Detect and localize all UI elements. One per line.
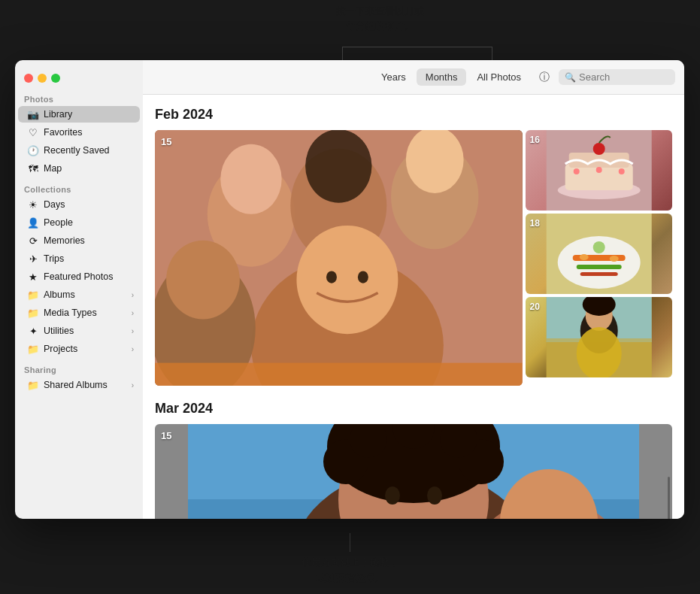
sidebar-item-recently-saved[interactable]: 🕐 Recently Saved <box>18 142 140 159</box>
traffic-light-fullscreen[interactable] <box>51 74 60 83</box>
scroll-indicator <box>668 477 670 519</box>
projects-icon: 📁 <box>27 343 39 355</box>
annotation-bottom-text: 使用方向鍵上下捲動， 或以兩指輕掃。 <box>302 555 399 586</box>
feb-thumb-3[interactable]: 20 <box>526 297 672 377</box>
recently-saved-icon: 🕐 <box>27 144 39 156</box>
search-input[interactable] <box>579 71 669 83</box>
sidebar-item-trips[interactable]: ✈ Trips <box>18 250 140 267</box>
traffic-light-close[interactable] <box>24 74 33 83</box>
feb-photo-grid: 15 <box>155 130 672 386</box>
collections-section-label: Collections <box>15 182 143 195</box>
featured-photos-icon: ★ <box>27 271 39 283</box>
photos-section-label: Photos <box>15 92 143 105</box>
svg-point-28 <box>579 254 588 260</box>
search-icon: 🔍 <box>565 72 576 83</box>
svg-point-21 <box>618 168 624 174</box>
media-types-chevron: › <box>132 309 134 317</box>
feb-section: Feb 2024 <box>155 107 672 386</box>
years-tab[interactable]: Years <box>372 68 415 86</box>
svg-point-10 <box>358 271 368 283</box>
trips-icon: ✈ <box>27 253 39 265</box>
svg-point-20 <box>595 167 602 173</box>
svg-point-18 <box>592 143 605 155</box>
feb-thumb2-count: 18 <box>530 218 540 229</box>
days-icon: ☀ <box>27 199 39 211</box>
map-icon: 🗺 <box>27 162 39 174</box>
svg-rect-25 <box>576 265 621 269</box>
sidebar-item-utilities[interactable]: ✦ Utilities › <box>18 323 140 339</box>
toolbar: Years Months All Photos ⓘ 🔍 <box>143 60 684 95</box>
feb-main-count: 15 <box>161 136 171 147</box>
sidebar-item-albums[interactable]: 📁 Albums › <box>18 286 140 303</box>
all-photos-tab[interactable]: All Photos <box>468 68 530 86</box>
annotation-top: 按一下來查看以月或 年分組的相片。 <box>0 0 700 60</box>
albums-chevron: › <box>132 291 134 299</box>
sidebar-item-people[interactable]: 👤 People <box>18 214 140 231</box>
sidebar-item-media-types[interactable]: 📁 Media Types › <box>18 305 140 321</box>
info-icon: ⓘ <box>539 71 550 84</box>
svg-point-27 <box>592 241 605 253</box>
svg-point-12 <box>166 241 240 320</box>
sharing-section-label: Sharing <box>15 362 143 376</box>
people-icon: 👤 <box>27 217 39 229</box>
annotation-top-text: 按一下來查看以月或 年分組的相片。 <box>336 4 424 33</box>
svg-point-9 <box>326 271 337 283</box>
mar-main-count: 15 <box>161 430 171 441</box>
mar-section: Mar 2024 <box>155 401 672 519</box>
sidebar-item-library[interactable]: 📷 Library <box>18 106 140 123</box>
mar-label: Mar 2024 <box>155 401 672 417</box>
traffic-lights <box>15 68 143 92</box>
sidebar-item-memories[interactable]: ⟳ Memories <box>18 232 140 249</box>
main-content: Years Months All Photos ⓘ 🔍 Feb 2024 <box>143 60 684 519</box>
memories-icon: ⟳ <box>27 235 39 247</box>
feb-main-photo[interactable]: 15 <box>155 130 523 386</box>
svg-point-19 <box>573 168 579 174</box>
shared-albums-icon: 📁 <box>27 379 39 391</box>
months-tab[interactable]: Months <box>417 68 467 86</box>
feb-label: Feb 2024 <box>155 107 672 123</box>
mar-main-photo[interactable]: 15 <box>155 424 672 519</box>
utilities-icon: ✦ <box>27 325 39 337</box>
svg-point-2 <box>220 144 281 214</box>
annotation-bottom: 使用方向鍵上下捲動， 或以兩指輕掃。 <box>0 533 700 586</box>
svg-point-36 <box>576 327 621 377</box>
albums-icon: 📁 <box>27 289 39 301</box>
svg-point-47 <box>385 486 400 505</box>
feb-thumb-2[interactable]: 18 <box>526 214 672 294</box>
selfie-image <box>155 130 523 386</box>
sidebar: Photos 📷 Library ♡ Favorites 🕐 Recently … <box>15 60 143 519</box>
feb-thumb3-count: 20 <box>530 302 540 312</box>
projects-chevron: › <box>132 345 134 353</box>
svg-point-8 <box>296 226 398 334</box>
sidebar-item-favorites[interactable]: ♡ Favorites <box>18 124 140 141</box>
search-container: 🔍 <box>559 69 675 85</box>
favorites-icon: ♡ <box>27 126 39 138</box>
svg-point-48 <box>427 486 442 505</box>
app-window: Photos 📷 Library ♡ Favorites 🕐 Recently … <box>15 60 684 519</box>
sidebar-item-shared-albums[interactable]: 📁 Shared Albums › <box>18 377 140 393</box>
media-types-icon: 📁 <box>27 307 39 319</box>
sidebar-item-days[interactable]: ☀ Days <box>18 196 140 213</box>
sidebar-item-projects[interactable]: 📁 Projects › <box>18 341 140 357</box>
utilities-chevron: › <box>132 327 134 335</box>
traffic-light-minimize[interactable] <box>38 74 47 83</box>
feb-thumb-1[interactable]: 16 <box>526 130 672 211</box>
svg-point-29 <box>609 256 618 262</box>
info-button[interactable]: ⓘ <box>535 68 554 87</box>
library-icon: 📷 <box>27 108 39 120</box>
feb-side-photos: 16 <box>526 130 672 386</box>
sidebar-item-map[interactable]: 🗺 Map <box>18 160 140 177</box>
svg-rect-26 <box>580 272 617 276</box>
photos-scroll-area[interactable]: Feb 2024 <box>143 95 684 519</box>
svg-rect-13 <box>155 363 523 386</box>
mar-photo-grid: 15 <box>155 424 672 519</box>
feb-thumb1-count: 16 <box>530 135 540 145</box>
svg-point-4 <box>305 130 371 203</box>
annotation-line-bottom <box>350 533 350 552</box>
shared-albums-chevron: › <box>132 381 134 389</box>
sidebar-item-featured-photos[interactable]: ★ Featured Photos <box>18 268 140 285</box>
